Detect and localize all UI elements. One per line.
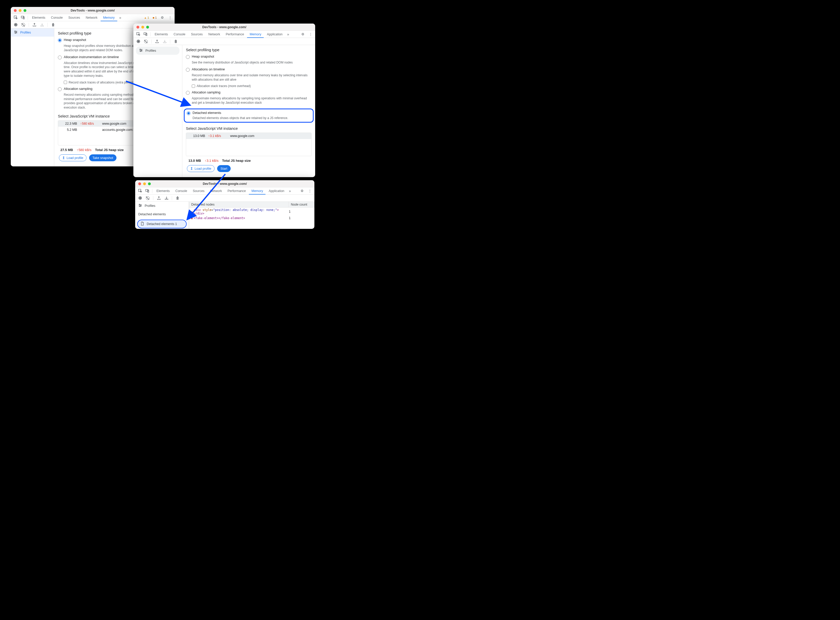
issues-badge[interactable]: ■1 bbox=[152, 16, 158, 20]
gc-icon[interactable] bbox=[172, 38, 179, 45]
bullet-icon bbox=[191, 210, 193, 214]
minimize-dot[interactable] bbox=[142, 26, 144, 29]
vm-host: www.google.com bbox=[230, 134, 254, 138]
start-button[interactable]: Start bbox=[217, 165, 230, 172]
tab-network[interactable]: Network bbox=[83, 14, 100, 21]
take-snapshot-button[interactable]: Take snapshot bbox=[89, 154, 116, 161]
minimize-dot[interactable] bbox=[143, 182, 146, 185]
tab-performance[interactable]: Performance bbox=[223, 31, 247, 38]
tab-elements[interactable]: Elements bbox=[154, 187, 172, 194]
tab-sources[interactable]: Sources bbox=[188, 31, 205, 38]
tab-memory[interactable]: Memory bbox=[249, 187, 265, 194]
radio-alloc-sampling[interactable] bbox=[186, 91, 190, 95]
opt-detached-label: Detached elements bbox=[193, 111, 221, 115]
device-icon[interactable] bbox=[142, 31, 149, 38]
gc-icon[interactable] bbox=[50, 22, 56, 28]
settings-icon[interactable]: ⚙ bbox=[299, 189, 305, 193]
inspect-icon[interactable] bbox=[135, 31, 142, 38]
col-head-count[interactable]: Node count bbox=[289, 202, 315, 207]
sidebar-detached-entry[interactable]: Detached elements 1 bbox=[137, 220, 187, 228]
titlebar: DevTools - www.google.com/ bbox=[133, 24, 315, 31]
opt-detached[interactable]: Detached elements bbox=[187, 111, 311, 115]
minimize-dot[interactable] bbox=[19, 9, 21, 12]
traffic-lights[interactable] bbox=[14, 9, 26, 12]
tab-console[interactable]: Console bbox=[173, 187, 190, 194]
tabs-overflow-icon[interactable]: » bbox=[286, 31, 291, 38]
radio-heap-snapshot[interactable] bbox=[186, 55, 190, 59]
device-icon[interactable] bbox=[144, 188, 151, 194]
zoom-dot[interactable] bbox=[148, 182, 151, 185]
checkbox-stack-traces[interactable] bbox=[192, 84, 195, 88]
radio-heap-snapshot[interactable] bbox=[58, 38, 62, 42]
save-icon[interactable] bbox=[163, 195, 170, 201]
gc-icon[interactable] bbox=[174, 195, 181, 201]
opt-alloc-timeline-desc: Record memory allocations over time and … bbox=[192, 73, 312, 82]
traffic-lights[interactable] bbox=[138, 182, 151, 185]
tab-memory[interactable]: Memory bbox=[101, 14, 117, 21]
checkbox-stack-traces[interactable] bbox=[64, 81, 67, 84]
save-icon[interactable] bbox=[161, 38, 168, 45]
tab-elements[interactable]: Elements bbox=[152, 31, 170, 38]
warnings-badge[interactable]: ▲1 bbox=[143, 16, 150, 20]
tabs-overflow-icon[interactable]: » bbox=[288, 187, 293, 194]
clear-icon[interactable] bbox=[20, 22, 27, 28]
sidebar-profiles[interactable]: Profiles bbox=[136, 47, 179, 55]
tab-elements[interactable]: Elements bbox=[29, 14, 48, 21]
clear-icon[interactable] bbox=[143, 38, 149, 45]
tab-application[interactable]: Application bbox=[266, 187, 287, 194]
radio-detached[interactable] bbox=[187, 111, 190, 115]
table-row[interactable]: <div style="position: absolute; display:… bbox=[189, 208, 315, 216]
load-icon[interactable] bbox=[154, 38, 160, 45]
check-stack-traces[interactable]: Allocation stack traces (more overhead) bbox=[192, 84, 312, 88]
more-menu-icon[interactable]: ⋮ bbox=[307, 32, 314, 36]
tab-console[interactable]: Console bbox=[48, 14, 65, 21]
tab-application[interactable]: Application bbox=[264, 31, 285, 38]
sidebar-profiles[interactable]: Profiles bbox=[11, 29, 54, 37]
close-dot[interactable] bbox=[137, 26, 139, 29]
save-icon[interactable] bbox=[39, 22, 45, 28]
record-icon[interactable] bbox=[135, 38, 142, 45]
tabs-overflow-icon[interactable]: » bbox=[118, 14, 123, 21]
radio-alloc-sampling[interactable] bbox=[58, 87, 62, 91]
device-icon[interactable] bbox=[20, 15, 26, 21]
tab-console[interactable]: Console bbox=[171, 31, 188, 38]
clear-icon[interactable] bbox=[145, 195, 151, 201]
tab-network[interactable]: Network bbox=[206, 31, 223, 38]
load-icon[interactable] bbox=[31, 22, 38, 28]
zoom-dot[interactable] bbox=[24, 9, 26, 12]
more-menu-icon[interactable]: ⋮ bbox=[307, 189, 313, 193]
load-profile-button[interactable]: Load profile bbox=[187, 165, 215, 172]
sliders-icon bbox=[14, 30, 18, 35]
tab-memory[interactable]: Memory bbox=[247, 31, 264, 38]
vm-host: www.google.com bbox=[102, 122, 126, 125]
record-icon[interactable] bbox=[12, 22, 19, 28]
vm-row[interactable]: 13.0 MB 3.1 kB/s www.google.com bbox=[186, 133, 311, 139]
table-row[interactable]: <fake-element></fake-element> 1 bbox=[189, 216, 315, 220]
tab-performance[interactable]: Performance bbox=[225, 187, 248, 194]
radio-alloc-timeline[interactable] bbox=[58, 56, 62, 59]
opt-alloc-sampling[interactable]: Allocation sampling bbox=[186, 90, 312, 95]
close-dot[interactable] bbox=[14, 9, 17, 12]
opt-alloc-timeline[interactable]: Allocations on timeline bbox=[186, 67, 312, 72]
opt-heap-snapshot[interactable]: Heap snapshot bbox=[186, 54, 312, 59]
sidebar-profiles[interactable]: Profiles bbox=[135, 202, 189, 210]
load-icon[interactable] bbox=[155, 195, 162, 201]
load-profile-button[interactable]: Load profile bbox=[59, 154, 87, 161]
radio-alloc-timeline[interactable] bbox=[186, 68, 190, 72]
tab-network[interactable]: Network bbox=[208, 187, 224, 194]
settings-icon[interactable]: ⚙ bbox=[159, 16, 166, 20]
sidebar-profiles-label: Profiles bbox=[20, 31, 31, 34]
record-icon[interactable] bbox=[137, 195, 143, 201]
zoom-dot[interactable] bbox=[146, 26, 149, 29]
more-menu-icon[interactable]: ⋮ bbox=[167, 16, 173, 20]
inspect-icon[interactable] bbox=[12, 15, 19, 21]
col-head-nodes[interactable]: Detached nodes bbox=[189, 202, 289, 207]
node-count: 1 bbox=[287, 216, 312, 220]
memory-toolbar bbox=[135, 194, 315, 202]
close-dot[interactable] bbox=[138, 182, 141, 185]
tab-sources[interactable]: Sources bbox=[66, 14, 83, 21]
settings-icon[interactable]: ⚙ bbox=[300, 32, 306, 36]
tab-sources[interactable]: Sources bbox=[190, 187, 207, 194]
inspect-icon[interactable] bbox=[137, 188, 143, 194]
traffic-lights[interactable] bbox=[137, 26, 149, 29]
